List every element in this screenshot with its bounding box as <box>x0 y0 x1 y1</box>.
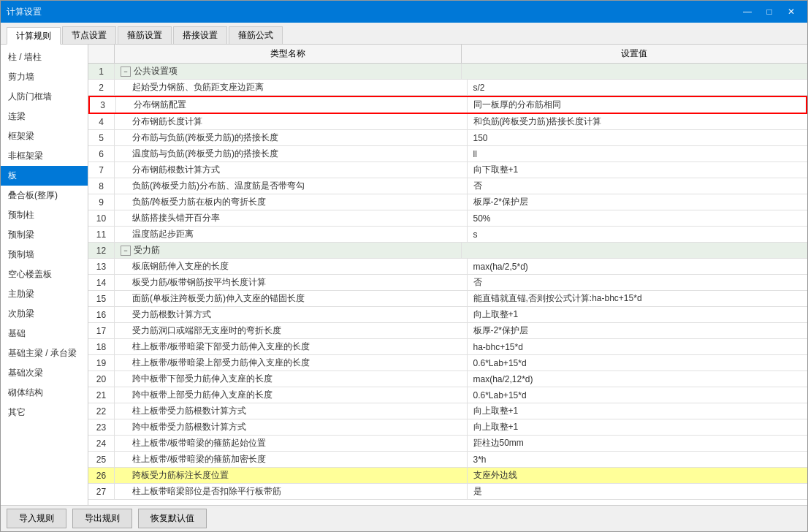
row-num: 14 <box>88 275 115 290</box>
import-rules-button[interactable]: 导入规则 <box>7 509 66 528</box>
row-num: 16 <box>88 307 115 322</box>
table-row[interactable]: 9 负筋/跨板受力筋在板内的弯折长度 板厚-2*保护层 <box>88 194 807 210</box>
row-value: ll <box>468 146 808 162</box>
row-name: 柱上板带暗梁部位是否扣除平行板带筋 <box>115 484 468 499</box>
row-num: 22 <box>88 403 115 419</box>
table-row[interactable]: 12 － 受力筋 <box>88 243 807 259</box>
row-num: 9 <box>88 194 115 210</box>
sidebar-item-beam[interactable]: 连梁 <box>1 107 88 126</box>
table-row[interactable]: 16 受力筋根数计算方式 向上取整+1 <box>88 307 807 323</box>
table-row[interactable]: 13 板底钢筋伸入支座的长度 max(ha/2,5*d) <box>88 259 807 275</box>
reset-defaults-button[interactable]: 恢复默认值 <box>138 509 207 528</box>
window-title: 计算设置 <box>7 6 42 18</box>
sidebar-item-other[interactable]: 其它 <box>1 403 88 422</box>
sidebar-item-main-rib[interactable]: 主肋梁 <box>1 284 88 304</box>
row-value: 向下取整+1 <box>468 162 808 178</box>
row-value: 是 <box>468 484 808 499</box>
sidebar-item-precast-col[interactable]: 预制柱 <box>1 205 88 225</box>
sidebar-item-precast-wall[interactable]: 预制墙 <box>1 245 88 265</box>
table-row[interactable]: 20 跨中板带下部受力筋伸入支座的长度 max(ha/2,12*d) <box>88 371 807 387</box>
table-row[interactable]: 1 － 公共设置项 <box>88 64 807 80</box>
row-value: 向上取整+1 <box>468 403 808 419</box>
row-value: 能直锚就直锚,否则按公式计算:ha-bhc+15*d <box>468 291 808 306</box>
export-rules-button[interactable]: 导出规则 <box>72 509 132 528</box>
row-num: 23 <box>88 419 115 435</box>
maximize-button[interactable]: □ <box>759 4 780 20</box>
row-num: 4 <box>88 114 115 129</box>
table-row[interactable]: 21 跨中板带上部受力筋伸入支座的长度 0.6*Lab+15*d <box>88 387 807 403</box>
table-row[interactable]: 5 分布筋与负筋(跨板受力筋)的搭接长度 150 <box>88 130 807 146</box>
sidebar-item-plate[interactable]: 板 <box>1 166 88 186</box>
table-row[interactable]: 17 受力筋洞口或端部无支座时的弯折长度 板厚-2*保护层 <box>88 323 807 339</box>
row-num: 10 <box>88 210 115 226</box>
row-name: 柱上板带/板带暗梁下部受力筋伸入支座的长度 <box>115 339 468 354</box>
row-name: 受力筋洞口或端部无支座时的弯折长度 <box>115 323 468 338</box>
col-num <box>88 45 115 63</box>
sidebar-item-civil-defense[interactable]: 人防门框墙 <box>1 87 88 107</box>
table-row[interactable]: 24 柱上板带/板带暗梁的箍筋起始位置 距柱边50mm <box>88 436 807 452</box>
sidebar-item-foundation[interactable]: 基础 <box>1 324 88 343</box>
sidebar-item-precast-beam[interactable]: 预制梁 <box>1 225 88 245</box>
table-row[interactable]: 15 面筋(单板注跨板受力筋)伸入支座的锚固长度 能直锚就直锚,否则按公式计算:… <box>88 291 807 307</box>
table-row[interactable]: 8 负筋(跨板受力筋)分布筋、温度筋是否带弯勾 否 <box>88 178 807 194</box>
row-value: s/2 <box>468 80 808 95</box>
row-value: 50% <box>468 210 808 226</box>
collapse-icon[interactable]: － <box>121 66 131 77</box>
close-button[interactable]: ✕ <box>781 4 801 20</box>
row-value: 向上取整+1 <box>468 307 808 322</box>
table-row[interactable]: 26 跨板受力筋标注长度位置 支座外边线 <box>88 468 807 484</box>
table-row[interactable]: 3 分布钢筋配置 同一板厚的分布筋相同 <box>88 96 807 114</box>
table-body: 1 － 公共设置项 2 起始受力钢筋、负筋距支座边距离 s/2 3 分布钢 <box>88 64 807 505</box>
row-value: 板厚-2*保护层 <box>468 323 808 338</box>
row-num: 12 <box>88 243 115 258</box>
table-row[interactable]: 4 分布钢筋长度计算 和负筋(跨板受力筋)搭接长度计算 <box>88 114 807 130</box>
row-name: 板受力筋/板带钢筋按平均长度计算 <box>115 275 468 290</box>
table-row[interactable]: 7 分布钢筋根数计算方式 向下取整+1 <box>88 162 807 178</box>
sidebar-item-frame-beam[interactable]: 框架梁 <box>1 126 88 146</box>
sidebar-item-foundation-secondary[interactable]: 基础次梁 <box>1 363 88 383</box>
collapse-icon[interactable]: － <box>121 246 131 256</box>
table-row[interactable]: 27 柱上板带暗梁部位是否扣除平行板带筋 是 <box>88 484 807 500</box>
row-name: 纵筋搭接头错开百分率 <box>115 210 468 226</box>
row-name: 受力筋根数计算方式 <box>115 307 468 322</box>
sidebar-item-non-frame-beam[interactable]: 非框架梁 <box>1 146 88 166</box>
table-row[interactable]: 6 温度筋与负筋(跨板受力筋)的搭接长度 ll <box>88 146 807 162</box>
row-num: 15 <box>88 291 115 306</box>
minimize-button[interactable]: — <box>737 4 758 20</box>
table-row[interactable]: 22 柱上板带受力筋根数计算方式 向上取整+1 <box>88 403 807 419</box>
tab-stirrup-settings[interactable]: 箍筋设置 <box>118 26 172 44</box>
table-row[interactable]: 11 温度筋起步距离 s <box>88 227 807 243</box>
sidebar-item-col-wall[interactable]: 柱 / 墙柱 <box>1 48 88 67</box>
sidebar: 柱 / 墙柱 剪力墙 人防门框墙 连梁 框架梁 非框架梁 板 叠合板(整厚) 预… <box>1 45 88 505</box>
row-name: － 受力筋 <box>115 243 462 258</box>
row-name: 跨中板带上部受力筋伸入支座的长度 <box>115 387 468 403</box>
tab-splice-settings[interactable]: 搭接设置 <box>173 26 227 44</box>
sidebar-item-foundation-main[interactable]: 基础主梁 / 承台梁 <box>1 343 88 363</box>
row-num: 5 <box>88 130 115 145</box>
table-row[interactable]: 10 纵筋搭接头错开百分率 50% <box>88 210 807 227</box>
row-value: 3*h <box>468 452 808 467</box>
table-row[interactable]: 19 柱上板带/板带暗梁上部受力筋伸入支座的长度 0.6*Lab+15*d <box>88 355 807 371</box>
table-row[interactable]: 18 柱上板带/板带暗梁下部受力筋伸入支座的长度 ha-bhc+15*d <box>88 339 807 355</box>
row-name: 柱上板带/板带暗梁上部受力筋伸入支座的长度 <box>115 355 468 370</box>
title-bar-controls: — □ ✕ <box>737 4 801 20</box>
row-num: 17 <box>88 323 115 338</box>
tab-calc-rules[interactable]: 计算规则 <box>7 27 61 45</box>
sidebar-item-masonry[interactable]: 砌体结构 <box>1 383 88 403</box>
table-row[interactable]: 14 板受力筋/板带钢筋按平均长度计算 否 <box>88 275 807 291</box>
sidebar-item-composite-plate[interactable]: 叠合板(整厚) <box>1 186 88 205</box>
row-num: 18 <box>88 339 115 354</box>
table-row[interactable]: 2 起始受力钢筋、负筋距支座边距离 s/2 <box>88 80 807 96</box>
tab-stirrup-formula[interactable]: 箍筋公式 <box>229 26 283 44</box>
sidebar-item-shear-wall[interactable]: 剪力墙 <box>1 67 88 87</box>
title-bar-left: 计算设置 <box>7 6 42 18</box>
row-value: max(ha/2,12*d) <box>468 371 808 387</box>
sidebar-item-secondary-rib[interactable]: 次肋梁 <box>1 304 88 324</box>
row-value: ha-bhc+15*d <box>468 339 808 354</box>
table-row[interactable]: 25 柱上板带/板带暗梁的箍筋加密长度 3*h <box>88 452 807 468</box>
row-name: 跨板受力筋标注长度位置 <box>115 468 468 483</box>
footer: 导入规则 导出规则 恢复默认值 <box>1 505 807 531</box>
table-row[interactable]: 23 跨中板带受力筋根数计算方式 向上取整+1 <box>88 419 807 436</box>
tab-node-settings[interactable]: 节点设置 <box>62 26 116 44</box>
sidebar-item-hollow-floor[interactable]: 空心楼盖板 <box>1 265 88 284</box>
